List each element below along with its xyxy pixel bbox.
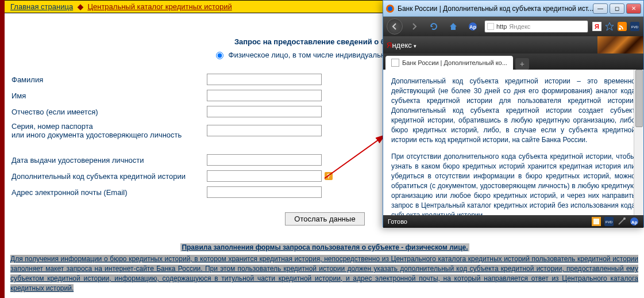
url-text: http — [496, 23, 507, 30]
svg-text:Ap: Ap — [631, 220, 638, 225]
addcode-label: Дополнительный код субъекта кредитной ис… — [11, 172, 207, 181]
browser-window: Банк России | Дополнительный код субъект… — [383, 0, 644, 227]
yandex-logo[interactable]: ЯЯндексндекс ▾ — [387, 41, 417, 49]
patronymic-input[interactable] — [207, 106, 322, 117]
forward-button[interactable] — [406, 20, 422, 33]
status-text: Готово — [388, 218, 592, 225]
window-titlebar[interactable]: Банк России | Дополнительный код субъект… — [383, 1, 643, 17]
tiger-persona-image — [597, 36, 643, 54]
browser-tab[interactable]: Банк России | Дополнительный ко... — [385, 56, 513, 70]
physical-person-radio[interactable] — [216, 52, 223, 59]
reload-button[interactable] — [426, 20, 442, 33]
svg-line-0 — [325, 135, 385, 178]
svg-point-8 — [619, 28, 621, 30]
svg-text:FVD: FVD — [631, 25, 639, 29]
breadcrumb-home[interactable]: Главная страница — [10, 2, 73, 11]
home-button[interactable] — [445, 20, 461, 33]
minimize-button[interactable]: — — [593, 3, 608, 14]
svg-text:Я: Я — [595, 23, 599, 30]
tab-bar: Банк России | Дополнительный ко... + — [383, 54, 643, 70]
back-button[interactable] — [387, 18, 403, 35]
content-paragraph-1: Дополнительный код субъекта кредитной ис… — [391, 77, 635, 145]
scrollbar-thumb[interactable] — [635, 70, 643, 127]
svg-point-2 — [388, 6, 392, 11]
footer-text: Для получения информации о бюро кредитны… — [5, 252, 644, 298]
tab-favicon — [391, 59, 399, 67]
bookmark-bar: ЯЯндексндекс ▾ — [383, 36, 643, 54]
rss-icon[interactable] — [617, 21, 627, 32]
close-button[interactable]: ✕ — [626, 3, 641, 14]
left-sidebar-accent — [0, 0, 5, 298]
content-paragraph-2: При отсутствии дополнительного кода субъ… — [391, 152, 635, 215]
issue-date-input[interactable] — [207, 154, 322, 166]
email-input[interactable] — [207, 186, 322, 198]
fvd-icon[interactable]: FVD — [630, 21, 640, 32]
svg-text:FVD: FVD — [606, 220, 613, 224]
search-hint: Яндекс — [509, 23, 530, 30]
submit-button[interactable]: Отослать данные — [285, 212, 364, 226]
scrollbar[interactable] — [634, 70, 643, 215]
rules-link[interactable]: Правила заполнения формы запроса пользов… — [180, 243, 469, 251]
firstname-label: Имя — [11, 91, 207, 100]
bookmark-icon[interactable] — [604, 21, 615, 32]
browser-toolbar: Ap http Яндекс Я FVD — [383, 17, 643, 36]
page-favicon — [487, 23, 494, 30]
firstname-input[interactable] — [207, 90, 322, 101]
email-label: Адрес электронной почты (Email) — [11, 188, 207, 197]
ap-icon[interactable]: Ap — [465, 20, 481, 33]
tab-title: Банк России | Дополнительный ко... — [402, 59, 507, 66]
new-tab-button[interactable]: + — [515, 58, 529, 70]
svg-rect-12 — [593, 219, 599, 224]
status-wand-icon[interactable] — [617, 217, 626, 226]
status-fvd-icon[interactable]: FVD — [604, 217, 614, 226]
svg-point-15 — [623, 217, 626, 220]
passport-input[interactable] — [207, 125, 322, 136]
breadcrumb-current[interactable]: Центральный каталог кредитных историй — [87, 2, 232, 11]
pointer-arrow — [322, 129, 391, 181]
status-note-icon[interactable] — [592, 217, 601, 226]
passport-label: Серия, номер паспорта или иного документ… — [11, 122, 207, 139]
yandex-icon[interactable]: Я — [592, 21, 602, 32]
breadcrumb-separator: ◆ — [78, 2, 83, 11]
addcode-input[interactable] — [207, 170, 322, 182]
maximize-button[interactable]: ◻ — [610, 3, 624, 14]
svg-text:Ap: Ap — [469, 24, 476, 30]
firefox-icon — [385, 4, 395, 13]
url-bar[interactable]: http Яндекс — [484, 20, 588, 33]
lastname-label: Фамилия — [11, 75, 207, 84]
page-content: Дополнительный код субъекта кредитной ис… — [383, 70, 643, 215]
svg-rect-7 — [618, 22, 627, 31]
patronymic-label: Отчество (если имеется) — [11, 108, 207, 116]
status-ap-icon[interactable]: Ap — [630, 217, 639, 226]
lastname-input[interactable] — [207, 74, 322, 85]
window-title: Банк России | Дополнительный код субъект… — [398, 5, 593, 13]
issue-date-label: Дата выдачи удостоверения личности — [11, 156, 207, 165]
status-bar: Готово FVD Ap — [383, 215, 643, 228]
